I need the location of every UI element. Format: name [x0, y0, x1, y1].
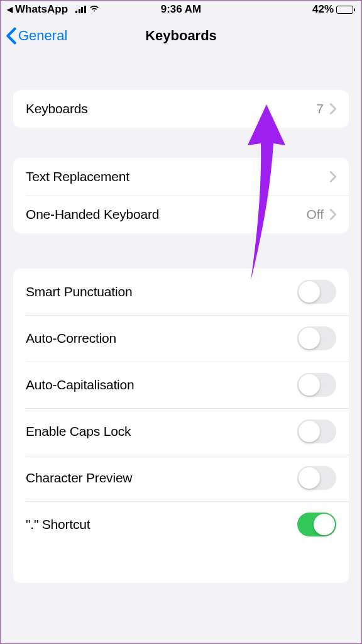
battery-icon [336, 6, 355, 14]
row-label: Text Replacement [26, 169, 129, 184]
chevron-left-icon [6, 27, 17, 45]
section-keyboards: Keyboards 7 [13, 90, 349, 128]
row-one-handed-keyboard[interactable]: One-Handed Keyboard Off [13, 196, 349, 233]
toggle-enable-caps-lock[interactable] [297, 419, 336, 443]
chevron-right-icon [330, 171, 336, 182]
row-auto-correction: Auto-Correction [13, 315, 349, 362]
row-label: Keyboards [26, 101, 88, 116]
toggle-auto-correction[interactable] [297, 326, 336, 350]
status-bar-time: 9:36 AM [161, 3, 202, 16]
nav-header: General Keyboards [1, 18, 361, 53]
toggle-auto-capitalisation[interactable] [297, 373, 336, 397]
keyboards-count: 7 [316, 101, 324, 116]
status-bar-left: ◀ WhatsApp [7, 3, 100, 16]
status-bar: ◀ WhatsApp 9:36 AM 42% [1, 1, 361, 18]
back-button[interactable]: General [6, 27, 67, 45]
page-title: Keyboards [145, 28, 217, 44]
row-auto-capitalisation: Auto-Capitalisation [13, 362, 349, 408]
row-label: Smart Punctuation [26, 284, 132, 299]
back-button-label: General [18, 28, 67, 44]
section-toggles: Smart Punctuation Auto-Correction Auto-C… [13, 269, 349, 583]
back-to-app-label[interactable]: WhatsApp [15, 3, 68, 16]
row-label: One-Handed Keyboard [26, 207, 159, 222]
row-label: Character Preview [26, 470, 132, 486]
toggle-period-shortcut[interactable] [297, 513, 336, 536]
row-character-preview: Character Preview [13, 455, 349, 501]
chevron-right-icon [330, 103, 336, 114]
row-label: Auto-Correction [26, 331, 116, 346]
row-keyboards[interactable]: Keyboards 7 [13, 90, 349, 128]
back-to-app-icon[interactable]: ◀ [7, 5, 13, 14]
status-bar-right: 42% [312, 3, 355, 16]
one-handed-value: Off [306, 207, 324, 222]
row-enable-caps-lock: Enable Caps Lock [13, 408, 349, 455]
row-label: "." Shortcut [26, 517, 90, 532]
row-period-shortcut: "." Shortcut [13, 501, 349, 548]
section-text-options: Text Replacement One-Handed Keyboard Off [13, 158, 349, 233]
cellular-signal-icon [75, 6, 86, 13]
row-text-replacement[interactable]: Text Replacement [13, 158, 349, 196]
row-label: Auto-Capitalisation [26, 377, 134, 392]
row-smart-punctuation: Smart Punctuation [13, 269, 349, 315]
toggle-smart-punctuation[interactable] [297, 280, 336, 304]
chevron-right-icon [330, 209, 336, 220]
toggle-character-preview[interactable] [297, 466, 336, 490]
row-label: Enable Caps Lock [26, 424, 131, 439]
battery-percent: 42% [312, 3, 334, 16]
wifi-icon [89, 3, 100, 16]
